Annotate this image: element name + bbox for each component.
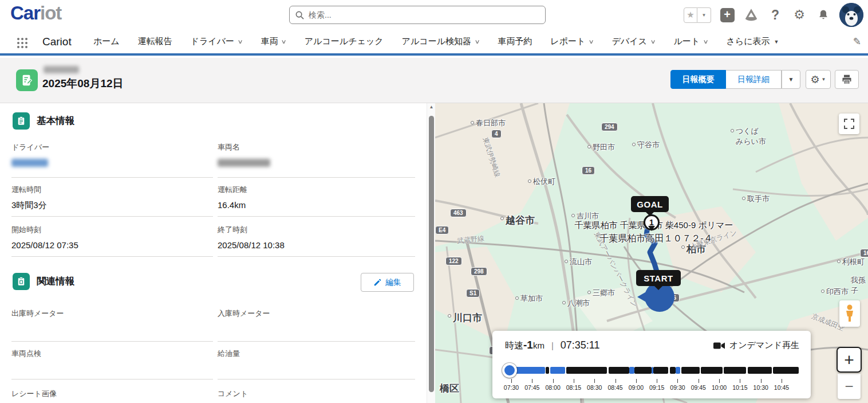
vehicle-value-redacted	[218, 159, 270, 167]
button-group-caret[interactable]: ▼	[782, 70, 800, 89]
settings-menu-button[interactable]: ⚙▼	[806, 70, 831, 89]
timeline-segment-blue[interactable]	[515, 367, 545, 374]
timeline-segment-black[interactable]	[670, 367, 676, 374]
tick-mark	[636, 379, 637, 383]
timeline-segment-black[interactable]	[701, 367, 723, 374]
timeline-segment-black[interactable]	[609, 367, 629, 374]
waypoint-pin-1[interactable]: 1	[644, 214, 660, 230]
daily-summary-button[interactable]: 日報概要	[670, 70, 726, 89]
playback-knob[interactable]	[502, 363, 517, 378]
timeline-segment-black[interactable]	[773, 367, 799, 374]
map-place-label: 越谷市	[500, 214, 535, 227]
speed-value: -1	[523, 339, 533, 351]
timeline-segment-black[interactable]	[724, 367, 746, 374]
app-nav-bar: Cariot ホーム運転報告ドライバー∨車両∨アルコールチェックアルコール検知器…	[0, 30, 868, 56]
tick-mark	[677, 379, 678, 383]
notifications-button[interactable]	[815, 7, 831, 23]
app-name[interactable]: Cariot	[42, 36, 72, 48]
scrollbar-thumb[interactable]	[429, 116, 434, 392]
playback-timeline[interactable]	[492, 364, 811, 377]
field-start-time: 開始時刻 2025/08/12 07:35	[11, 221, 213, 257]
field-label: ドライバー	[11, 139, 213, 152]
timeline-segment-black[interactable]	[653, 367, 668, 374]
nav-tab-4[interactable]: アルコールチェック	[305, 36, 384, 47]
trailhead-button[interactable]	[743, 7, 759, 23]
ondemand-label: オンデマンド再生	[729, 340, 799, 351]
route-shield: 122	[445, 257, 462, 265]
tick-label: 10:00	[708, 384, 731, 391]
nav-tab-5[interactable]: アルコール検知器∨	[402, 36, 480, 47]
gear-icon: ⚙	[810, 73, 819, 86]
route-shield: 16	[582, 166, 595, 175]
favorites-button[interactable]: ★ ▼	[684, 7, 711, 23]
print-button[interactable]	[835, 70, 859, 89]
nav-tab-7[interactable]: レポート∨	[550, 36, 593, 47]
record-page-header: 2025年08月12日 日報概要 日報詳細 ▼ ⚙▼	[0, 58, 868, 103]
timeline-segment-black[interactable]	[546, 367, 549, 374]
map-place-label: 八潮市	[562, 298, 590, 308]
user-avatar[interactable]	[839, 3, 863, 27]
map-fullscreen-button[interactable]	[839, 114, 859, 134]
timeline-segment-black[interactable]	[566, 367, 607, 374]
field-driving-time: 運転時間 3時間3分	[11, 181, 213, 217]
related-info-section-icon	[13, 273, 30, 290]
panel-scrollbar[interactable]: ▲	[427, 103, 435, 403]
route-shield: 4	[491, 130, 502, 138]
chevron-down-icon: ▼	[774, 39, 779, 45]
nav-tab-10[interactable]: さらに表示▼	[726, 36, 779, 47]
tick-mark	[657, 379, 657, 383]
field-label: 運転時間	[11, 181, 213, 195]
timeline-segment-black[interactable]	[634, 367, 652, 374]
printer-icon	[841, 74, 853, 85]
pencil-icon	[373, 279, 381, 287]
map-zoom-out-button[interactable]: −	[838, 374, 861, 399]
edit-button[interactable]: 編集	[361, 273, 414, 292]
route-map[interactable]: 春日部市野田市守谷市つくば みらい市松伏町取手市吉川市越谷市流山市柏市三郷市草加…	[435, 103, 868, 403]
field-label: コメント	[218, 385, 415, 399]
global-search[interactable]	[289, 6, 546, 24]
tick-mark	[699, 379, 699, 383]
nav-tab-8[interactable]: デバイス∨	[612, 36, 656, 47]
timeline-segment-black[interactable]	[681, 367, 700, 374]
timeline-segment-blue[interactable]	[676, 367, 680, 374]
map-zoom-in-button[interactable]: +	[837, 347, 862, 373]
search-input[interactable]	[309, 10, 539, 19]
nav-tab-3[interactable]: 車両∨	[261, 36, 286, 47]
favorites-caret-icon[interactable]: ▼	[697, 7, 711, 23]
field-label: 終了時刻	[218, 221, 415, 235]
nav-tab-1[interactable]: 運転報告	[138, 36, 172, 47]
tick-mark	[719, 379, 720, 383]
timeline-segment-black[interactable]	[748, 367, 772, 374]
global-actions-button[interactable]: +	[719, 7, 735, 23]
nav-tab-6[interactable]: 車両予約	[498, 36, 532, 47]
tick-label: 09:00	[625, 384, 648, 391]
scrollbar-up-arrow-icon[interactable]: ▲	[427, 104, 436, 109]
nav-tab-0[interactable]: ホーム	[93, 36, 120, 47]
tick-label: 09:45	[687, 384, 710, 391]
field-driving-distance: 運転距離 16.4km	[218, 181, 415, 217]
map-place-label: 我孫子	[851, 275, 868, 296]
ondemand-play-button[interactable]: オンデマンド再生	[713, 340, 799, 351]
map-place-label: 流山市	[565, 257, 592, 267]
nav-tab-9[interactable]: ルート∨	[673, 36, 708, 47]
app-launcher-icon[interactable]	[17, 38, 27, 48]
field-label: 開始時刻	[11, 221, 213, 235]
help-button[interactable]: ?	[767, 7, 783, 23]
driver-value-redacted-link[interactable]	[11, 159, 48, 167]
record-driver-name-redacted	[44, 66, 79, 73]
edit-nav-pencil-icon[interactable]: ✎	[853, 36, 861, 48]
pegman-icon	[844, 304, 855, 323]
field-value: 16.4km	[218, 200, 415, 210]
timeline-segment-blue[interactable]	[550, 367, 565, 374]
star-icon[interactable]: ★	[684, 7, 697, 23]
nav-tab-2[interactable]: ドライバー∨	[191, 36, 243, 47]
timeline-segment-blue[interactable]	[629, 367, 634, 374]
tick-label: 10:30	[749, 384, 772, 391]
daily-detail-button[interactable]: 日報詳細	[726, 70, 782, 89]
field-label: 車両点検	[11, 345, 213, 359]
field-vehicle-inspection: 車両点検	[11, 345, 213, 379]
field-return-meter: 入庫時メーター	[218, 305, 415, 342]
pegman-button[interactable]	[839, 300, 860, 327]
map-place-label: つくば みらい市	[731, 126, 766, 147]
setup-button[interactable]: ⚙	[791, 7, 807, 23]
